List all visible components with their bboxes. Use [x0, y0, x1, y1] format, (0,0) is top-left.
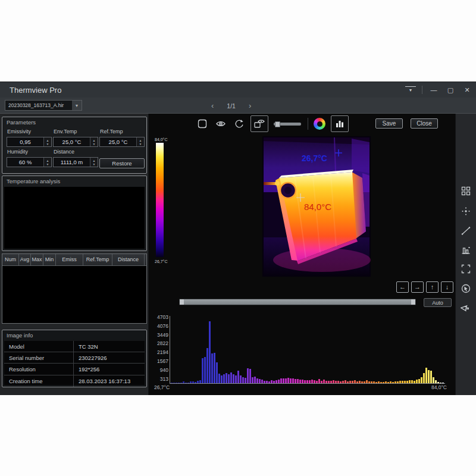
fullscreen-button[interactable] [461, 264, 471, 274]
viewer-area: Save Close 84,0°C 26,7°C [149, 114, 455, 395]
histogram-bar [364, 381, 365, 383]
histogram-bar [230, 372, 232, 383]
collapse-window-icon[interactable]: ▼ [405, 86, 416, 93]
image-info-table: ModelTC 32NSerial number230227926Resolut… [4, 341, 145, 385]
chevron-down-icon[interactable]: ▼ [72, 101, 82, 110]
column-header-min[interactable]: Min [43, 254, 56, 265]
histogram-bar [392, 382, 394, 383]
histogram-min-label: 26,7°C [154, 384, 170, 390]
prev-image-button[interactable]: ‹ [211, 101, 214, 110]
spot-icon [461, 206, 471, 217]
histogram-toggle-button[interactable] [331, 115, 349, 132]
analysis-table: NumAvgMaxMinEmissRef.TempDistanceH [2, 253, 147, 324]
spinner-arrows[interactable]: ▲▼ [90, 137, 98, 146]
maximize-button[interactable]: ▢ [445, 86, 456, 94]
histogram-bar [425, 368, 427, 383]
color-palette-icon [314, 118, 325, 130]
histogram-bar [380, 382, 382, 383]
save-button[interactable]: Save [375, 118, 403, 129]
file-name: 20230328_163713_A.hir [5, 102, 72, 108]
column-header-num[interactable]: Num [2, 254, 19, 265]
ref-temp-value: 25,0 °C [100, 137, 136, 146]
close-button[interactable]: Close [411, 118, 438, 129]
histogram-bar [349, 381, 351, 383]
parameters-title: Parameters [2, 117, 146, 127]
emissivity-input[interactable]: 0,95▲▼ [7, 137, 52, 147]
histogram-bar [171, 383, 173, 383]
humidity-input[interactable]: 60 %▲▼ [7, 157, 52, 167]
show-markers-button[interactable] [214, 117, 228, 131]
slider-handle[interactable] [275, 121, 280, 127]
histogram-bar [402, 381, 403, 383]
histogram-bar [185, 383, 187, 383]
histogram-bar [295, 379, 296, 383]
column-header-ref-temp[interactable]: Ref.Temp [83, 254, 112, 265]
info-row-resolution: Resolution192*256 [4, 364, 145, 375]
spinner-arrows[interactable]: ▲▼ [90, 158, 98, 167]
distance-input[interactable]: 1111,0 m▲▼ [53, 157, 98, 167]
spinner-down-icon[interactable]: ▼ [44, 162, 51, 166]
histogram-bar [256, 378, 258, 383]
blend-slider[interactable] [273, 117, 303, 131]
overlay-view-button[interactable] [250, 115, 268, 132]
histogram-bar [347, 381, 349, 383]
auto-scale-button[interactable]: Auto [424, 298, 452, 307]
region-select-button[interactable] [195, 117, 209, 131]
pan-right-button[interactable]: → [411, 281, 424, 293]
column-header-avg[interactable]: Avg [19, 254, 31, 265]
histogram-bar [209, 321, 211, 383]
histogram-bar [249, 369, 251, 383]
cursor-tool-button[interactable] [461, 302, 471, 313]
pan-left-button[interactable]: ← [396, 281, 409, 293]
spinner-down-icon[interactable]: ▼ [90, 162, 98, 166]
chart-analysis-button[interactable] [461, 245, 471, 255]
temperature-histogram: 470340763449282221941567940313 26,7°C 84… [154, 316, 450, 389]
info-label: Creation time [4, 375, 73, 387]
env-temp-input[interactable]: 25,0 °C▲▼ [53, 137, 98, 147]
minimize-button[interactable]: — [428, 86, 439, 93]
ref-temp-input[interactable]: 25,0 °C▲▼ [99, 137, 145, 147]
histogram-bar [442, 383, 444, 383]
spinner-arrows[interactable]: ▲▼ [43, 158, 51, 167]
spinner-arrows[interactable]: ▲▼ [43, 137, 51, 146]
histogram-bar [302, 380, 303, 383]
temperature-range-slider[interactable] [179, 299, 416, 305]
pan-up-button[interactable]: ↑ [426, 281, 439, 293]
select-in-circle-button[interactable] [461, 283, 471, 294]
close-window-button[interactable]: ✕ [462, 86, 472, 94]
column-chart-icon [461, 245, 471, 255]
histogram-bar [335, 381, 337, 383]
histogram-bar [359, 381, 361, 383]
column-header-emiss[interactable]: Emiss [56, 254, 83, 265]
column-header-distance[interactable]: Distance [112, 254, 145, 265]
column-header-max[interactable]: Max [31, 254, 43, 265]
histogram-max-label: 84,0°C [431, 384, 447, 390]
histogram-bar [195, 382, 196, 383]
palette-button[interactable] [312, 117, 327, 131]
spinner-down-icon[interactable]: ▼ [90, 142, 98, 146]
thermal-image[interactable]: 26,7°C 84,0°C [262, 136, 371, 277]
rotate-image-button[interactable] [232, 117, 246, 131]
page-indicator: 1/1 [227, 102, 236, 109]
spot-analysis-button[interactable] [461, 206, 471, 217]
grid-analysis-button[interactable] [461, 186, 471, 196]
histogram-bar [199, 380, 201, 383]
param-field-emissivity: Emissivity0,95▲▼ [7, 127, 52, 147]
spinner-down-icon[interactable]: ▼ [44, 142, 51, 146]
histogram-bar [428, 370, 430, 383]
analysis-table-header: NumAvgMaxMinEmissRef.TempDistanceH [2, 254, 146, 266]
spinner-arrows[interactable]: ▲▼ [136, 137, 144, 146]
param-field-ref-temp: Ref.Temp25,0 °C▲▼ [99, 127, 145, 147]
column-header-h[interactable]: H [145, 254, 146, 265]
next-image-button[interactable]: › [249, 101, 251, 110]
pan-down-button[interactable]: ↓ [441, 281, 453, 293]
spinner-down-icon[interactable]: ▼ [137, 142, 144, 146]
scale-min-label: 26,7°C [155, 259, 167, 264]
cold-marker-label: 26,7°C [302, 154, 327, 163]
histogram-bar [218, 374, 220, 383]
restore-button[interactable]: Restore [99, 158, 145, 168]
file-selector-dropdown[interactable]: 20230328_163713_A.hir ▼ [5, 100, 82, 111]
line-analysis-button[interactable] [461, 226, 471, 236]
histogram-bar [214, 353, 215, 383]
page: Thermview Pro ▼ — ▢ ✕ 20230328_163713_A.… [0, 0, 476, 476]
